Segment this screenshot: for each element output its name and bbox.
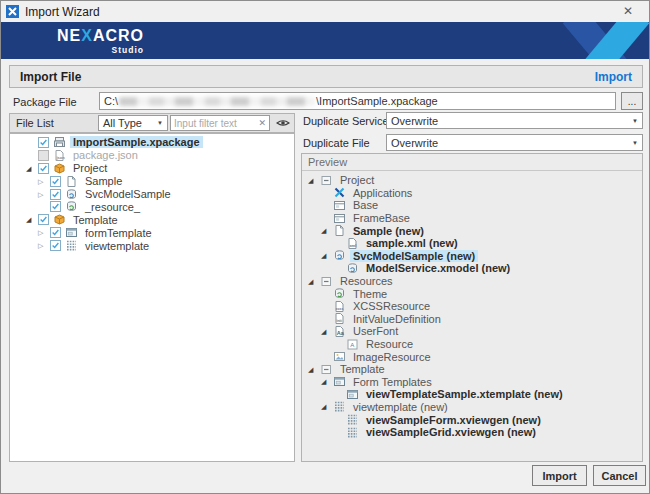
tree-item-label[interactable]: XCSSResource	[350, 300, 433, 312]
checkbox-checked[interactable]	[50, 240, 61, 251]
tree-item[interactable]: ◢Project	[10, 162, 294, 175]
browse-button[interactable]: ...	[621, 92, 643, 110]
expanded-arrow-icon[interactable]: ◢	[321, 328, 333, 335]
tree-item[interactable]: ◢Project	[302, 174, 642, 187]
tree-item[interactable]: ▷formTemplate	[10, 226, 294, 239]
expanded-arrow-icon[interactable]: ◢	[308, 177, 320, 184]
expanded-arrow-icon[interactable]: ◢	[308, 366, 320, 373]
tree-item[interactable]: AResource	[302, 338, 642, 351]
duplicate-service-dropdown[interactable]: Overwrite ▼	[386, 112, 643, 129]
tree-item-label[interactable]: ModelService.xmodel (new)	[363, 262, 513, 274]
tree-item[interactable]: ImportSample.xpackage	[10, 136, 294, 149]
image-icon	[333, 350, 346, 363]
tree-item-label[interactable]: _resource_	[82, 201, 143, 213]
filter-text-input[interactable]	[171, 118, 255, 129]
collapsed-arrow-icon[interactable]: ▷	[38, 178, 50, 185]
tree-item-label[interactable]: Resource	[363, 338, 416, 350]
tree-item[interactable]: ◢Template	[302, 363, 642, 376]
clear-filter-icon[interactable]: ✕	[255, 118, 269, 128]
expanded-arrow-icon[interactable]: ◢	[321, 403, 333, 410]
tree-item[interactable]: ◢Template	[10, 213, 294, 226]
tree-item[interactable]: ▷SvcModelSample	[10, 188, 294, 201]
tree-item[interactable]: ◢SvcModelSample (new)	[302, 250, 642, 263]
tree-item-label[interactable]: Sample	[82, 175, 125, 187]
import-link[interactable]: Import	[595, 70, 632, 84]
tree-item[interactable]: ◢AaUserFont	[302, 325, 642, 338]
tree-item-label[interactable]: Applications	[350, 187, 415, 199]
tree-item-label[interactable]: Form Templates	[350, 376, 435, 388]
tree-item-label[interactable]: ImageResource	[350, 351, 434, 363]
tree-item-label[interactable]: viewTemplateSample.xtemplate (new)	[363, 388, 566, 400]
import-button[interactable]: Import	[532, 465, 587, 486]
tree-item[interactable]: ◢Sample (new)	[302, 224, 642, 237]
tree-item[interactable]: ◢viewtemplate (new)	[302, 401, 642, 414]
package-file-input[interactable]: C:\ \ImportSample.xpackage	[99, 92, 616, 110]
collapsed-arrow-icon[interactable]: ▷	[38, 229, 50, 236]
tree-item-label[interactable]: Sample (new)	[350, 225, 427, 237]
checkbox-checked[interactable]	[38, 214, 49, 225]
title-bar[interactable]: Import Wizard ✕	[1, 1, 649, 22]
service-icon	[346, 262, 359, 275]
tree-item-label[interactable]: Template	[337, 363, 388, 375]
eye-toggle-icon[interactable]	[273, 115, 293, 131]
tree-item[interactable]: _resource_	[10, 200, 294, 213]
tree-item[interactable]: jsonpackage.json	[10, 149, 294, 162]
tree-item-label[interactable]: Base	[350, 199, 381, 211]
collapsed-arrow-icon[interactable]: ▷	[38, 191, 50, 198]
tree-item[interactable]: FrameBase	[302, 212, 642, 225]
tree-item[interactable]: ◢Resources	[302, 275, 642, 288]
tree-item-label[interactable]: Project	[337, 174, 377, 186]
close-icon[interactable]: ✕	[615, 1, 641, 21]
tree-item-label[interactable]: viewSampleForm.xviewgen (new)	[363, 414, 544, 426]
expanded-arrow-icon[interactable]: ◢	[321, 227, 333, 234]
tree-item[interactable]: viewSampleGrid.xviewgen (new)	[302, 426, 642, 439]
tree-item[interactable]: initInitValueDefinition	[302, 313, 642, 326]
checkbox-checked[interactable]	[50, 227, 61, 238]
tree-item-label[interactable]: viewtemplate	[82, 240, 152, 252]
checkbox-checked[interactable]	[38, 163, 49, 174]
expanded-arrow-icon[interactable]: ◢	[26, 216, 38, 223]
tree-item[interactable]: Applications	[302, 187, 642, 200]
tree-item-label[interactable]: package.json	[70, 149, 141, 161]
expanded-arrow-icon[interactable]: ◢	[321, 252, 333, 259]
tree-item[interactable]: xcssXCSSResource	[302, 300, 642, 313]
tree-item[interactable]: xmlsample.xml (new)	[302, 237, 642, 250]
tree-item-label[interactable]: viewSampleGrid.xviewgen (new)	[363, 426, 539, 438]
tree-item-label[interactable]: formTemplate	[82, 227, 155, 239]
tree-item-label[interactable]: ImportSample.xpackage	[70, 136, 203, 148]
tree-item[interactable]: Theme	[302, 287, 642, 300]
tree-item[interactable]: ModelService.xmodel (new)	[302, 262, 642, 275]
expanded-arrow-icon[interactable]: ◢	[26, 165, 38, 172]
tree-item-label[interactable]: viewtemplate (new)	[350, 401, 451, 413]
tree-item[interactable]: viewSampleForm.xviewgen (new)	[302, 413, 642, 426]
tree-item-label[interactable]: Template	[70, 214, 121, 226]
tree-item[interactable]: ImageResource	[302, 350, 642, 363]
tree-item-label[interactable]: SvcModelSample	[82, 188, 174, 200]
tree-item-label[interactable]: UserFont	[350, 325, 401, 337]
expanded-arrow-icon[interactable]: ◢	[321, 378, 333, 385]
duplicate-file-dropdown[interactable]: Overwrite ▼	[386, 134, 643, 151]
section-title: Import File	[20, 70, 81, 84]
tree-item[interactable]: Base	[302, 199, 642, 212]
tree-item[interactable]: ▷Sample	[10, 175, 294, 188]
cancel-button[interactable]: Cancel	[593, 465, 646, 486]
tree-item[interactable]: ▷viewtemplate	[10, 239, 294, 252]
type-filter-dropdown[interactable]: All Type ▼	[98, 115, 168, 131]
tree-item-label[interactable]: sample.xml (new)	[363, 237, 461, 249]
checkbox-checked[interactable]	[50, 176, 61, 187]
tree-item-label[interactable]: Resources	[337, 275, 396, 287]
expanded-arrow-icon[interactable]: ◢	[308, 278, 320, 285]
tree-item[interactable]: viewTemplateSample.xtemplate (new)	[302, 388, 642, 401]
tree-item-label[interactable]: SvcModelSample (new)	[350, 250, 478, 262]
checkbox-unchecked[interactable]	[38, 150, 49, 161]
tree-item-label[interactable]: FrameBase	[350, 212, 413, 224]
tree-item[interactable]: ◢Form Templates	[302, 376, 642, 389]
collapsed-arrow-icon[interactable]: ▷	[38, 242, 50, 249]
checkbox-checked[interactable]	[50, 201, 61, 212]
window-title: Import Wizard	[25, 5, 100, 19]
tree-item-label[interactable]: Project	[70, 162, 110, 174]
checkbox-checked[interactable]	[50, 189, 61, 200]
tree-item-label[interactable]: InitValueDefinition	[350, 313, 444, 325]
checkbox-checked[interactable]	[38, 137, 49, 148]
tree-item-label[interactable]: Theme	[350, 288, 390, 300]
